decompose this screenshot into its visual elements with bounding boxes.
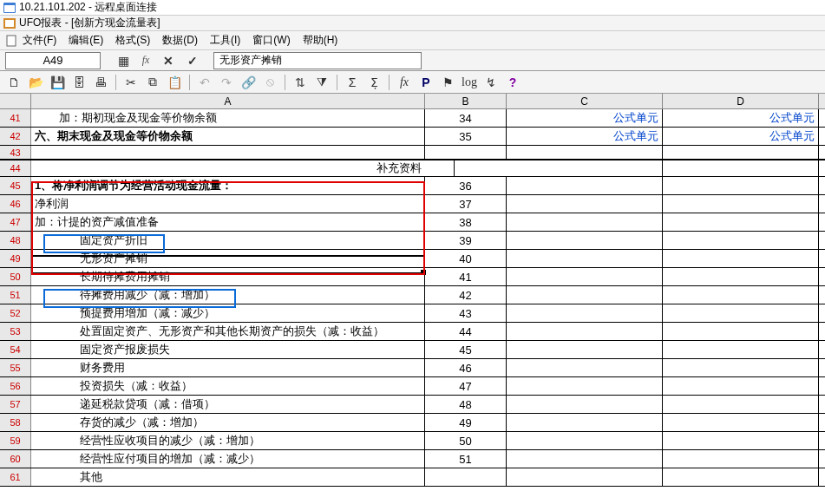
cell[interactable] xyxy=(507,414,663,431)
cell[interactable] xyxy=(507,432,663,449)
row-header[interactable]: 44 xyxy=(0,160,31,176)
cell[interactable]: 35 xyxy=(425,128,507,145)
cell[interactable]: 投资损失（减：收益） xyxy=(31,377,425,395)
unlink-icon[interactable]: ⦸ xyxy=(261,74,278,91)
open-icon[interactable]: 📂 xyxy=(27,74,44,91)
cell[interactable]: 51 xyxy=(425,450,507,468)
cell[interactable] xyxy=(663,450,819,468)
cell[interactable]: 公式单元 xyxy=(663,109,819,127)
cell[interactable]: 41 xyxy=(425,268,507,285)
cell[interactable] xyxy=(663,160,819,176)
cell[interactable]: 经营性应收项目的减少（减：增加） xyxy=(31,432,425,449)
cell[interactable] xyxy=(507,396,663,413)
select-all-corner[interactable] xyxy=(0,94,31,108)
cell[interactable]: 48 xyxy=(425,396,507,413)
p-icon[interactable]: P xyxy=(417,74,435,91)
cell[interactable]: 其他 xyxy=(31,468,425,486)
new-icon[interactable]: 🗋 xyxy=(5,74,23,91)
row-header[interactable]: 50 xyxy=(0,268,31,285)
row-header[interactable]: 43 xyxy=(0,146,31,159)
cell[interactable]: 1、将净利润调节为经营活动现金流量： xyxy=(31,177,425,194)
row-header[interactable]: 45 xyxy=(0,177,31,194)
cell[interactable]: 净利润 xyxy=(31,195,425,213)
paste-icon[interactable]: 📋 xyxy=(166,74,183,91)
cell[interactable]: 固定资产报废损失 xyxy=(31,341,425,358)
row-header[interactable]: 56 xyxy=(0,377,31,395)
cell[interactable] xyxy=(663,304,819,322)
menu-format[interactable]: 格式(S) xyxy=(115,33,150,48)
row-header[interactable]: 47 xyxy=(0,213,31,231)
cell[interactable] xyxy=(425,468,507,486)
cell[interactable] xyxy=(663,250,819,267)
cell[interactable] xyxy=(425,146,507,159)
cell[interactable] xyxy=(663,146,819,159)
cell[interactable] xyxy=(507,341,663,358)
cell[interactable]: 递延税款贷项（减：借项） xyxy=(31,396,425,413)
cell[interactable]: 39 xyxy=(425,232,507,249)
cell[interactable] xyxy=(663,213,819,231)
log-icon[interactable]: log xyxy=(461,74,478,91)
cell[interactable] xyxy=(507,250,663,267)
menu-tools[interactable]: 工具(I) xyxy=(210,33,240,48)
row-header[interactable]: 52 xyxy=(0,304,31,322)
row-header[interactable]: 41 xyxy=(0,109,31,127)
cell[interactable] xyxy=(507,146,663,159)
cell[interactable] xyxy=(663,468,819,486)
cell[interactable] xyxy=(663,396,819,413)
cell[interactable]: 财务费用 xyxy=(31,359,425,376)
cell[interactable] xyxy=(663,232,819,249)
cell[interactable] xyxy=(507,323,663,340)
cell[interactable]: 36 xyxy=(425,177,507,194)
cell[interactable] xyxy=(663,177,819,194)
cancel-edit-icon[interactable]: ✕ xyxy=(160,52,177,69)
menu-help[interactable]: 帮助(H) xyxy=(303,33,338,48)
cell[interactable]: 38 xyxy=(425,213,507,231)
cell[interactable]: 40 xyxy=(425,250,507,267)
cell[interactable] xyxy=(31,146,425,159)
row-header[interactable]: 51 xyxy=(0,286,31,304)
cell[interactable]: 49 xyxy=(425,414,507,431)
cell[interactable]: 补充资料 xyxy=(373,160,455,176)
menu-window[interactable]: 窗口(W) xyxy=(252,33,290,48)
cell[interactable]: 无形资产摊销 xyxy=(31,250,425,267)
row-header[interactable]: 55 xyxy=(0,359,31,376)
cell[interactable]: 存货的减少（减：增加） xyxy=(31,414,425,431)
print-icon[interactable]: 🖶 xyxy=(92,74,109,91)
row-header[interactable]: 54 xyxy=(0,341,31,358)
fx-icon[interactable]: fx xyxy=(139,54,153,68)
link-icon[interactable]: 🔗 xyxy=(239,74,257,91)
cell[interactable]: 34 xyxy=(425,109,507,127)
cell[interactable]: 公式单元 xyxy=(663,128,819,145)
cell[interactable]: 50 xyxy=(425,432,507,449)
cell[interactable]: 43 xyxy=(425,304,507,322)
formula-input[interactable]: 无形资产摊销 xyxy=(213,52,422,69)
row-header[interactable]: 58 xyxy=(0,414,31,431)
help-icon[interactable]: ? xyxy=(504,74,521,91)
cell[interactable] xyxy=(663,377,819,395)
cell[interactable] xyxy=(507,195,663,213)
cell[interactable]: 47 xyxy=(425,377,507,395)
row-header[interactable]: 59 xyxy=(0,432,31,449)
menu-data[interactable]: 数据(D) xyxy=(162,33,198,48)
save-icon[interactable]: 💾 xyxy=(49,74,66,91)
cell[interactable]: 46 xyxy=(425,359,507,376)
cell[interactable]: 固定资产折旧 xyxy=(31,232,425,249)
undo-icon[interactable]: ↶ xyxy=(196,74,213,91)
cell[interactable] xyxy=(507,177,663,194)
cell[interactable] xyxy=(507,304,663,322)
cell[interactable] xyxy=(31,160,425,176)
row-header[interactable]: 48 xyxy=(0,232,31,249)
cell[interactable] xyxy=(663,341,819,358)
copy-icon[interactable]: ⧉ xyxy=(144,74,161,91)
cell-reference-box[interactable]: A49 xyxy=(5,52,101,69)
cell[interactable] xyxy=(507,268,663,285)
row-header[interactable]: 46 xyxy=(0,195,31,213)
cell[interactable] xyxy=(663,432,819,449)
cell[interactable] xyxy=(507,377,663,395)
sumlist-icon[interactable]: Σ̣ xyxy=(365,74,383,91)
cell[interactable] xyxy=(507,468,663,486)
colhdr-D[interactable]: D xyxy=(663,94,819,108)
cell[interactable] xyxy=(663,286,819,304)
arrow-icon[interactable]: ↯ xyxy=(482,74,500,91)
cell[interactable]: 44 xyxy=(425,323,507,340)
